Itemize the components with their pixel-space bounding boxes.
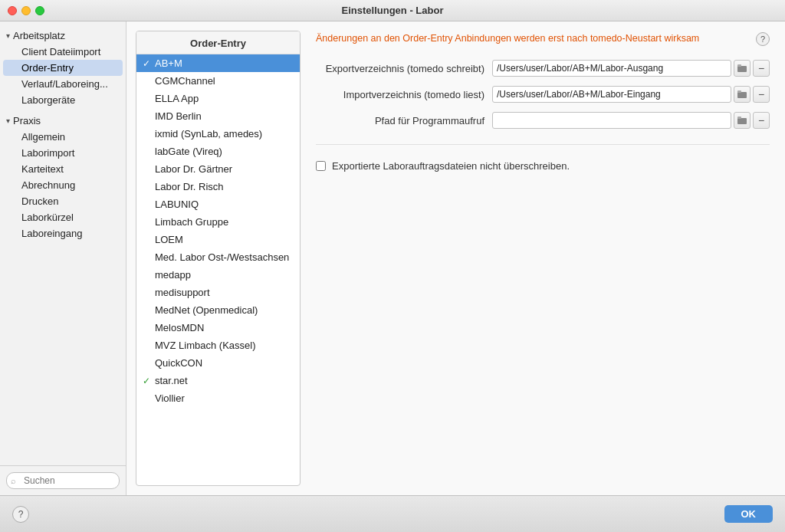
sidebar-search-area: ⌕: [0, 465, 126, 495]
list-item[interactable]: ✓star.net: [136, 372, 300, 389]
list-item-label: ixmid (SynLab, amedes): [155, 128, 262, 140]
list-item-label: Med. Labor Ost-/Westsachsen: [155, 251, 289, 263]
checkbox-label: Exportierte Laborauftragsdateien nicht ü…: [332, 160, 570, 172]
list-panel-items: ✓AB+MCGMChannelELLA AppIMD Berlinixmid (…: [136, 54, 300, 485]
list-item[interactable]: CGMChannel: [136, 72, 300, 90]
sidebar: ▾ Arbeitsplatz Client Dateiimport Order-…: [0, 21, 126, 495]
sidebar-content: ▾ Arbeitsplatz Client Dateiimport Order-…: [0, 21, 126, 465]
checkbox-row: Exportierte Laborauftragsdateien nicht ü…: [316, 144, 770, 172]
list-item[interactable]: Limbach Gruppe: [136, 213, 300, 231]
program-row: Pfad für Programmaufruf −: [316, 112, 770, 129]
minimize-button[interactable]: [21, 6, 31, 15]
sidebar-item-allgemein[interactable]: Allgemein: [3, 129, 123, 145]
search-icon: ⌕: [11, 476, 16, 485]
program-remove-button[interactable]: −: [753, 112, 770, 129]
export-input-group: −: [492, 60, 770, 77]
list-item[interactable]: ✓AB+M: [136, 54, 300, 72]
import-remove-button[interactable]: −: [753, 86, 770, 103]
sidebar-item-label: Abrechnung: [21, 179, 75, 191]
content-area: Order-Entry ✓AB+MCGMChannelELLA AppIMD B…: [126, 21, 785, 495]
chevron-down-icon: ▾: [6, 117, 10, 125]
sidebar-item-verlauf[interactable]: Verlauf/Laboreing...: [3, 76, 123, 92]
folder-icon: [737, 116, 747, 125]
list-item-label: star.net: [155, 375, 188, 386]
chevron-down-icon: ▾: [6, 31, 10, 40]
sidebar-group-praxis[interactable]: ▾ Praxis: [0, 113, 126, 129]
program-browse-button[interactable]: [734, 112, 751, 129]
list-item[interactable]: Labor Dr. Gärtner: [136, 160, 300, 178]
list-item-label: ELLA App: [155, 93, 199, 104]
window-controls: [8, 6, 44, 15]
folder-icon: [737, 64, 747, 73]
program-field[interactable]: [492, 112, 731, 129]
list-item[interactable]: labGate (Vireq): [136, 143, 300, 160]
notice-text: Änderungen an den Order-Entry Anbindunge…: [316, 32, 748, 46]
sidebar-item-label: Client Dateiimport: [21, 46, 100, 57]
export-remove-button[interactable]: −: [753, 60, 770, 77]
maximize-button[interactable]: [35, 6, 44, 15]
list-item-label: CGMChannel: [155, 75, 215, 87]
svg-rect-3: [737, 90, 741, 93]
list-item[interactable]: Viollier: [136, 389, 300, 407]
sidebar-item-laborgeraete[interactable]: Laborgeräte: [3, 92, 123, 108]
titlebar: Einstellungen - Labor: [0, 0, 785, 21]
list-item[interactable]: medisupport: [136, 284, 300, 301]
program-input-group: −: [492, 112, 770, 129]
list-item-label: IMD Berlin: [155, 110, 202, 122]
window-title: Einstellungen - Labor: [342, 5, 444, 16]
list-item[interactable]: medapp: [136, 266, 300, 284]
sidebar-item-drucken[interactable]: Drucken: [3, 193, 123, 209]
sidebar-item-karteitext[interactable]: Karteitext: [3, 161, 123, 177]
list-item-label: Viollier: [155, 392, 185, 404]
bottom-help-button[interactable]: ?: [12, 506, 29, 523]
notice-bar: Änderungen an den Order-Entry Anbindunge…: [316, 32, 770, 46]
sidebar-group-label: Praxis: [13, 115, 41, 126]
ok-button[interactable]: OK: [724, 505, 774, 523]
list-item-label: LABUNIQ: [155, 199, 199, 210]
no-overwrite-checkbox[interactable]: [316, 161, 326, 171]
checkmark-icon: ✓: [143, 376, 150, 386]
sidebar-item-label: Drucken: [21, 195, 58, 207]
main-layout: ▾ Arbeitsplatz Client Dateiimport Order-…: [0, 21, 785, 495]
svg-rect-1: [737, 64, 741, 67]
list-item-label: Limbach Gruppe: [155, 216, 228, 228]
folder-icon: [737, 90, 747, 99]
export-field[interactable]: [492, 60, 731, 77]
list-item[interactable]: LOEM: [136, 231, 300, 248]
search-input[interactable]: [6, 472, 120, 489]
close-button[interactable]: [8, 6, 17, 15]
sidebar-item-client-dateiimport[interactable]: Client Dateiimport: [3, 44, 123, 60]
sidebar-item-label: Karteitext: [21, 163, 64, 175]
import-browse-button[interactable]: [734, 86, 751, 103]
checkmark-icon: ✓: [143, 58, 150, 69]
list-item[interactable]: MedNet (Openmedical): [136, 301, 300, 319]
list-item[interactable]: IMD Berlin: [136, 107, 300, 125]
list-item[interactable]: ELLA App: [136, 90, 300, 107]
sidebar-item-label: Verlauf/Laboreing...: [21, 78, 108, 90]
sidebar-item-label: Laborkürzel: [21, 212, 74, 223]
svg-rect-4: [737, 118, 747, 124]
list-panel-header: Order-Entry: [136, 31, 300, 54]
settings-panel: Änderungen an den Order-Entry Anbindunge…: [301, 21, 785, 495]
sidebar-item-laborkuerzel[interactable]: Laborkürzel: [3, 209, 123, 225]
list-item[interactable]: MVZ Limbach (Kassel): [136, 337, 300, 354]
sidebar-item-laboreingang[interactable]: Laboreingang: [3, 225, 123, 241]
list-item[interactable]: ixmid (SynLab, amedes): [136, 125, 300, 143]
sidebar-group-arbeitsplatz[interactable]: ▾ Arbeitsplatz: [0, 28, 126, 44]
list-item[interactable]: MelosMDN: [136, 319, 300, 337]
export-label: Exportverzeichnis (tomedo schreibt): [316, 63, 492, 74]
notice-help-button[interactable]: ?: [756, 32, 770, 46]
svg-rect-2: [737, 92, 747, 98]
list-item[interactable]: QuickCON: [136, 354, 300, 372]
import-label: Importverzeichnis (tomedo liest): [316, 89, 492, 100]
list-item[interactable]: Labor Dr. Risch: [136, 178, 300, 195]
list-item[interactable]: LABUNIQ: [136, 195, 300, 213]
sidebar-item-abrechnung[interactable]: Abrechnung: [3, 177, 123, 193]
program-label: Pfad für Programmaufruf: [316, 115, 492, 126]
export-browse-button[interactable]: [734, 60, 751, 77]
sidebar-item-laborimport[interactable]: Laborimport: [3, 145, 123, 161]
import-field[interactable]: [492, 86, 731, 103]
sidebar-item-order-entry[interactable]: Order-Entry: [3, 60, 123, 76]
list-item-label: QuickCON: [155, 357, 202, 369]
list-item[interactable]: Med. Labor Ost-/Westsachsen: [136, 248, 300, 266]
